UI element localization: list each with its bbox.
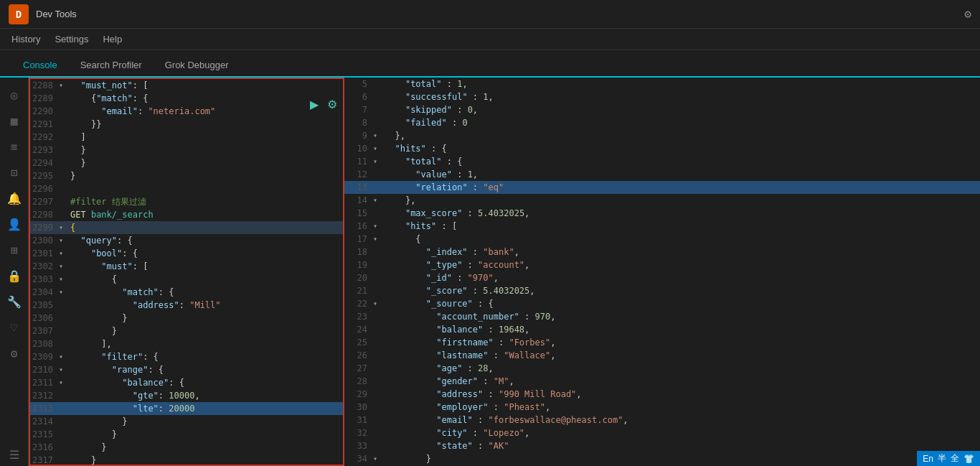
left-code-editor[interactable]: 2288 ▾ "must_not": [ 2289 {"match": { 22… (30, 79, 343, 465)
tab-search-profiler[interactable]: Search Profiler (69, 54, 154, 78)
code-line-2307: 2307 } (30, 325, 343, 337)
right-line-19: 19 "_type" : "account", (344, 258, 980, 271)
right-line-9: 9 ▾ }, (344, 129, 980, 142)
right-line-25: 25 "firstname" : "Forbes", (344, 336, 980, 349)
sidebar-icon-user[interactable]: 👤 (3, 213, 26, 236)
code-line-2297: 2297 #filter 结果过滤 (30, 195, 343, 208)
code-line-2292: 2292 ] (30, 131, 343, 144)
code-line-2304: 2304 ▾ "match": { (30, 286, 343, 299)
code-line-2314: 2314 } (30, 415, 343, 428)
code-line-2302: 2302 ▾ "must": [ (30, 260, 343, 273)
sidebar-icon-lock[interactable]: 🔒 (3, 264, 26, 287)
right-line-5: 5 "total" : 1, (344, 78, 980, 90)
right-line-32: 32 "city" : "Lopezo", (344, 427, 980, 439)
code-line-2311: 2311 ▾ "balance": { (30, 376, 343, 389)
code-line-2295: 2295 } (30, 169, 343, 182)
menu-settings[interactable]: Settings (55, 34, 88, 45)
right-line-23: 23 "account_number" : 970, (344, 310, 980, 323)
right-line-20: 20 "_id" : "970", (344, 271, 980, 284)
sidebar-icon-search[interactable]: ◎ (3, 83, 26, 106)
status-lang: En (923, 454, 933, 464)
right-line-14: 14 ▾ }, (344, 194, 980, 207)
sidebar-icon-heart[interactable]: ♡ (3, 316, 26, 339)
right-line-11: 11 ▾ "total" : { (344, 155, 980, 168)
main: ◎ ▦ ≡ ⊡ 🔔 👤 ⊞ 🔒 🔧 ♡ ⚙ ☰ ▶ ⚙ 2288 ▾ "m (0, 78, 980, 466)
right-line-24: 24 "balance" : 19648, (344, 323, 980, 336)
code-line-2308: 2308 ], (30, 337, 343, 350)
right-code-pane: 5 "total" : 1, 6 "successful" : 1, 7 "sk… (344, 78, 980, 466)
code-line-2293: 2293 } (30, 144, 343, 157)
tabbar: Console Search Profiler Grok Debugger (0, 50, 980, 78)
right-line-15: 15 "max_score" : 5.4032025, (344, 207, 980, 220)
right-line-10: 10 ▾ "hits" : { (344, 142, 980, 155)
code-line-2306: 2306 } (30, 312, 343, 325)
app-title: Dev Tools (36, 9, 77, 19)
code-line-2298: 2298 GET bank/_search (30, 208, 343, 221)
menu-help[interactable]: Help (103, 34, 122, 45)
code-line-2303: 2303 ▾ { (30, 273, 343, 286)
menu-history[interactable]: History (11, 34, 40, 45)
code-line-2294: 2294 } (30, 157, 343, 169)
right-line-13: 13 "relation" : "eq" (344, 181, 980, 194)
right-line-18: 18 "_index" : "bank", (344, 246, 980, 258)
right-line-27: 27 "age" : 28, (344, 362, 980, 375)
right-line-12: 12 "value" : 1, (344, 168, 980, 181)
code-line-2289: 2289 {"match": { (30, 92, 343, 105)
code-line-2312: 2312 "gte": 10000, (30, 389, 343, 402)
right-line-29: 29 "address" : "990 Mill Road", (344, 388, 980, 401)
sidebar-icon-settings[interactable]: ⚙ (3, 342, 26, 365)
sidebar-icon-list[interactable]: ≡ (3, 135, 26, 158)
code-line-2288: 2288 ▾ "must_not": [ (30, 79, 343, 92)
statusbar: En 半 全 👕 (917, 451, 980, 466)
sidebar: ◎ ▦ ≡ ⊡ 🔔 👤 ⊞ 🔒 🔧 ♡ ⚙ ☰ (0, 78, 29, 466)
right-line-22: 22 ▾ "_source" : { (344, 297, 980, 310)
sidebar-icon-menu[interactable]: ☰ (3, 443, 26, 466)
code-line-2315: 2315 } (30, 428, 343, 441)
menubar: History Settings Help (0, 29, 980, 50)
right-line-33: 33 "state" : "AK" (344, 439, 980, 452)
sidebar-icon-alert[interactable]: 🔔 (3, 187, 26, 210)
right-line-6: 6 "successful" : 1, (344, 90, 980, 103)
gear-icon[interactable]: ⚙ (964, 7, 971, 21)
sidebar-icon-wrench[interactable]: 🔧 (3, 290, 26, 313)
code-line-2290: 2290 "email": "neteria.com" (30, 105, 343, 118)
code-line-2300: 2300 ▾ "query": { (30, 234, 343, 247)
right-line-8: 8 "failed" : 0 (344, 116, 980, 129)
code-line-2310: 2310 ▾ "range": { (30, 363, 343, 376)
left-code-pane: ▶ ⚙ 2288 ▾ "must_not": [ 2289 {"match": … (29, 78, 344, 466)
code-line-2299: 2299 ▾ { (30, 221, 343, 234)
right-line-31: 31 "email" : "forbeswallace@pheast.com", (344, 414, 980, 427)
right-line-28: 28 "gender" : "M", (344, 375, 980, 388)
tab-grok-debugger[interactable]: Grok Debugger (154, 54, 240, 78)
code-line-2291: 2291 }} (30, 118, 343, 131)
code-line-2301: 2301 ▾ "bool": { (30, 247, 343, 260)
sidebar-icon-grid[interactable]: ⊞ (3, 238, 26, 261)
right-line-21: 21 "_score" : 5.4032025, (344, 284, 980, 297)
sidebar-icon-dashboard[interactable]: ▦ (3, 109, 26, 132)
query-options-button[interactable]: ⚙ (324, 96, 340, 113)
right-code-editor[interactable]: 5 "total" : 1, 6 "successful" : 1, 7 "sk… (344, 78, 980, 466)
content: ▶ ⚙ 2288 ▾ "must_not": [ 2289 {"match": … (29, 78, 980, 466)
right-line-16: 16 ▾ "hits" : [ (344, 220, 980, 233)
right-line-17: 17 ▾ { (344, 233, 980, 246)
code-line-2305: 2305 "address": "Mill" (30, 299, 343, 312)
code-line-2317: 2317 } (30, 454, 343, 465)
code-line-2309: 2309 ▾ "filter": { (30, 350, 343, 363)
right-line-30: 30 "employer" : "Pheast", (344, 401, 980, 414)
query-action-bar: ▶ ⚙ (307, 96, 340, 113)
status-icon: 👕 (963, 454, 974, 464)
status-mode2: 全 (951, 452, 959, 465)
run-query-button[interactable]: ▶ (307, 96, 321, 113)
code-line-2313: 2313 "lte": 20000 (30, 402, 343, 415)
status-mode1: 半 (938, 452, 946, 465)
tab-console[interactable]: Console (11, 54, 69, 78)
right-line-26: 26 "lastname" : "Wallace", (344, 349, 980, 362)
right-line-7: 7 "skipped" : 0, (344, 103, 980, 116)
sidebar-icon-box[interactable]: ⊡ (3, 161, 26, 184)
right-line-34: 34 ▾ } (344, 452, 980, 465)
code-line-2316: 2316 } (30, 441, 343, 454)
code-line-2296: 2296 (30, 182, 343, 195)
app-icon: D (9, 4, 29, 24)
topbar: D Dev Tools ⚙ (0, 0, 980, 29)
